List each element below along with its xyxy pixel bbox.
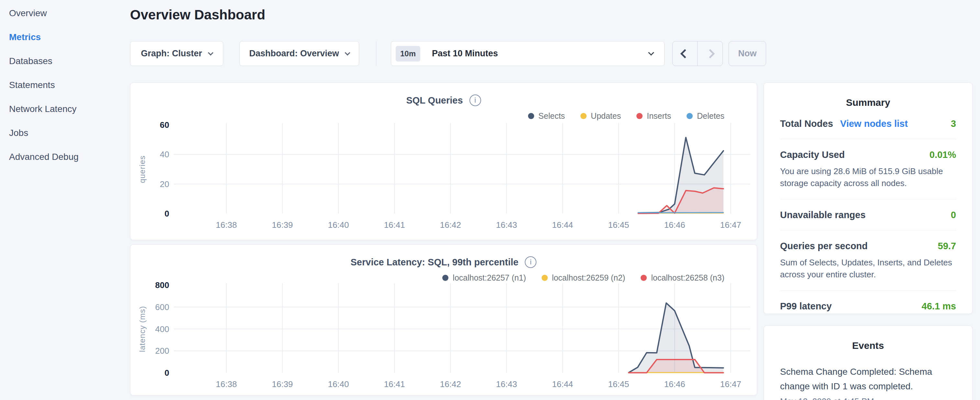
summary-value: 0 xyxy=(951,210,956,220)
divider xyxy=(780,199,956,199)
event-text: Schema Change Completed: Schema change w… xyxy=(780,365,956,394)
svg-text:latency (ms): latency (ms) xyxy=(138,306,146,352)
divider xyxy=(780,290,956,291)
chevron-down-icon xyxy=(345,50,350,55)
sidebar-nav: OverviewMetricsDatabasesStatementsNetwor… xyxy=(0,0,120,175)
event-timestamp: May 13, 2020 at 4:45 PM xyxy=(780,397,956,400)
sidebar-item-statements[interactable]: Statements xyxy=(9,79,120,91)
chevron-left-icon xyxy=(680,49,689,58)
svg-text:0: 0 xyxy=(165,209,169,218)
svg-text:600: 600 xyxy=(155,302,169,312)
summary-row: Capacity Used0.01%You are using 28.6 MiB… xyxy=(780,150,956,189)
sql-queries-chart[interactable]: 16:3816:3916:4016:4116:4216:4316:4416:45… xyxy=(130,83,757,241)
svg-text:16:41: 16:41 xyxy=(384,220,405,230)
time-range-badge: 10m xyxy=(396,46,420,62)
svg-text:16:39: 16:39 xyxy=(272,220,293,230)
svg-text:16:43: 16:43 xyxy=(496,379,517,389)
event-item: Schema Change Completed: Schema change w… xyxy=(780,365,956,400)
toolbar-divider xyxy=(376,41,376,66)
time-pager xyxy=(672,41,723,66)
svg-text:16:40: 16:40 xyxy=(328,379,349,389)
svg-text:16:39: 16:39 xyxy=(272,379,293,389)
svg-text:16:46: 16:46 xyxy=(664,220,685,230)
sidebar-item-network-latency[interactable]: Network Latency xyxy=(9,103,120,115)
summary-value: 3 xyxy=(951,118,956,129)
sidebar-item-overview[interactable]: Overview xyxy=(9,7,120,19)
next-time-button[interactable] xyxy=(698,41,722,66)
divider xyxy=(780,139,956,139)
graph-dropdown[interactable]: Graph: Cluster xyxy=(130,41,223,66)
svg-text:16:44: 16:44 xyxy=(552,220,573,230)
now-button[interactable]: Now xyxy=(729,41,766,66)
dashboard-dropdown[interactable]: Dashboard: Overview xyxy=(239,41,359,66)
summary-subtext: You are using 28.6 MiB of 515.9 GiB usab… xyxy=(780,166,956,189)
svg-text:800: 800 xyxy=(155,280,169,290)
summary-label: Capacity Used xyxy=(780,150,845,160)
summary-label: Queries per second xyxy=(780,241,868,252)
sidebar-item-advanced-debug[interactable]: Advanced Debug xyxy=(9,151,120,163)
svg-text:0: 0 xyxy=(165,368,169,378)
service-latency-chart-card: Service Latency: SQL, 99th percentile i … xyxy=(130,244,757,395)
summary-label: P99 latency xyxy=(780,301,832,312)
svg-text:60: 60 xyxy=(160,120,169,130)
sidebar-item-databases[interactable]: Databases xyxy=(9,55,120,67)
summary-value: 59.7 xyxy=(938,241,956,252)
svg-text:16:47: 16:47 xyxy=(720,379,741,389)
svg-text:16:45: 16:45 xyxy=(608,220,629,230)
svg-text:16:42: 16:42 xyxy=(440,379,461,389)
svg-text:400: 400 xyxy=(155,324,169,334)
summary-card: Summary Total NodesView nodes list3Capac… xyxy=(764,83,972,314)
summary-link[interactable]: View nodes list xyxy=(840,118,908,129)
chevron-down-icon xyxy=(648,49,654,55)
summary-label: Unavailable ranges xyxy=(780,210,865,220)
summary-row: Total NodesView nodes list3 xyxy=(780,118,956,129)
chevron-down-icon xyxy=(208,50,213,55)
summary-row: P99 latency46.1 ms xyxy=(780,301,956,312)
svg-text:16:40: 16:40 xyxy=(328,220,349,230)
summary-value: 0.01% xyxy=(929,150,956,160)
events-title: Events xyxy=(780,340,956,351)
sidebar-item-metrics[interactable]: Metrics xyxy=(9,31,120,43)
svg-text:16:47: 16:47 xyxy=(720,220,741,230)
graph-dropdown-label: Graph: Cluster xyxy=(141,49,202,59)
summary-row: Queries per second59.7Sum of Selects, Up… xyxy=(780,241,956,280)
svg-text:16:46: 16:46 xyxy=(664,379,685,389)
svg-text:16:38: 16:38 xyxy=(216,379,237,389)
svg-text:200: 200 xyxy=(155,346,169,356)
events-card: Events Schema Change Completed: Schema c… xyxy=(764,325,972,400)
sidebar-item-jobs[interactable]: Jobs xyxy=(9,127,120,139)
time-range-selector[interactable]: 10m Past 10 Minutes xyxy=(391,41,665,66)
sql-queries-chart-card: SQL Queries i SelectsUpdatesInsertsDelet… xyxy=(130,83,757,240)
chevron-right-icon xyxy=(705,49,714,58)
svg-text:16:45: 16:45 xyxy=(608,379,629,389)
summary-subtext: Sum of Selects, Updates, Inserts, and De… xyxy=(780,257,956,280)
summary-row: Unavailable ranges0 xyxy=(780,210,956,220)
summary-title: Summary xyxy=(780,97,956,108)
prev-time-button[interactable] xyxy=(673,41,698,66)
svg-text:20: 20 xyxy=(160,179,169,189)
svg-text:16:42: 16:42 xyxy=(440,220,461,230)
summary-label: Total Nodes xyxy=(780,118,833,129)
svg-text:16:44: 16:44 xyxy=(552,379,573,389)
svg-text:16:38: 16:38 xyxy=(216,220,237,230)
service-latency-chart[interactable]: 16:3816:3916:4016:4116:4216:4316:4416:45… xyxy=(130,245,757,396)
svg-text:40: 40 xyxy=(160,150,169,159)
time-range-label: Past 10 Minutes xyxy=(432,49,649,59)
toolbar: Graph: Cluster Dashboard: Overview 10m P… xyxy=(130,41,774,66)
summary-value: 46.1 ms xyxy=(922,301,956,312)
svg-text:16:41: 16:41 xyxy=(384,379,405,389)
svg-text:16:43: 16:43 xyxy=(496,220,517,230)
svg-text:queries: queries xyxy=(138,155,146,183)
dashboard-dropdown-label: Dashboard: Overview xyxy=(249,49,339,59)
page-title: Overview Dashboard xyxy=(130,7,265,23)
